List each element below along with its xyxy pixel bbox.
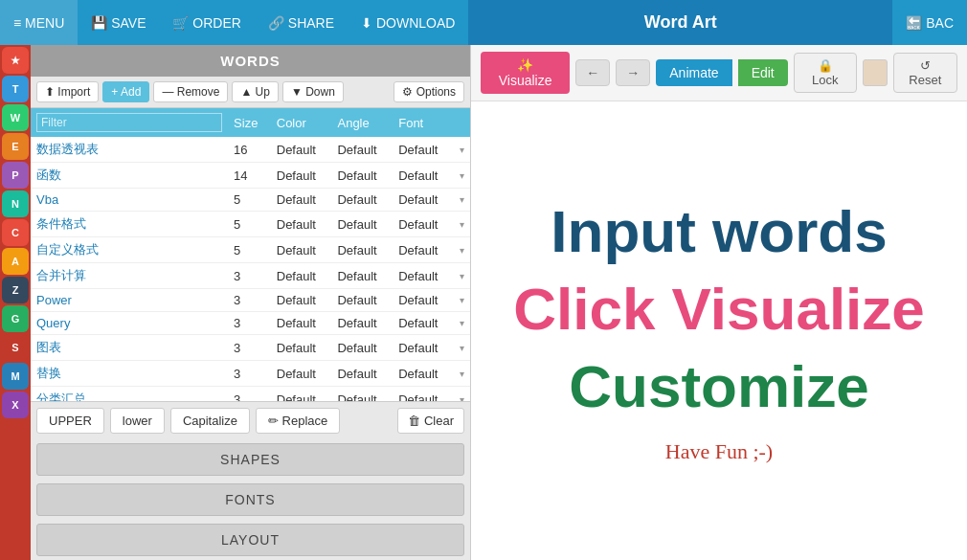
col-angle: Angle xyxy=(331,108,393,137)
app-icon[interactable]: Z xyxy=(2,277,29,303)
table-row[interactable]: 分类汇总 3 Default Default Default ▾ xyxy=(31,387,470,402)
row-dropdown[interactable]: ▾ xyxy=(454,237,470,263)
canvas-line2: Click Visualize xyxy=(513,275,925,343)
font-cell: Default xyxy=(393,212,454,237)
filter-input[interactable] xyxy=(36,113,222,132)
row-dropdown[interactable]: ▾ xyxy=(454,361,470,387)
app-icon[interactable]: M xyxy=(2,363,29,390)
share-button[interactable]: 🔗 SHARE xyxy=(255,0,348,45)
words-toolbar: ⬆ Import + Add — Remove ▲ Up ▼ Down ⚙ Op… xyxy=(31,77,470,108)
row-dropdown[interactable]: ▾ xyxy=(454,335,470,361)
fonts-section[interactable]: FONTS xyxy=(36,483,464,516)
table-row[interactable]: 自定义格式 5 Default Default Default ▾ xyxy=(31,237,470,263)
app-icon[interactable]: T xyxy=(2,76,29,102)
angle-cell: Default xyxy=(331,335,393,361)
size-cell: 5 xyxy=(228,189,271,212)
edit-button[interactable]: Edit xyxy=(738,59,788,86)
color-cell: Default xyxy=(271,189,332,212)
font-cell: Default xyxy=(393,163,454,189)
color-cell: Default xyxy=(271,335,332,361)
app-icon[interactable]: E xyxy=(2,133,29,160)
word-cell: 自定义格式 xyxy=(31,237,228,263)
word-cell: 分类汇总 xyxy=(31,387,228,402)
order-button[interactable]: 🛒 ORDER xyxy=(159,0,254,45)
word-cell: 函数 xyxy=(31,163,228,189)
forward-arrow-button[interactable]: → xyxy=(616,59,650,86)
lock-button[interactable]: 🔒 Lock xyxy=(794,53,857,93)
menu-button[interactable]: ≡ MENU xyxy=(0,0,78,45)
up-button[interactable]: ▲ Up xyxy=(232,81,279,102)
options-button[interactable]: ⚙ Options xyxy=(394,81,464,102)
down-button[interactable]: ▼ Down xyxy=(282,81,344,102)
app-sidebar: ★TWEPNCAZGSMX xyxy=(0,45,31,560)
row-dropdown[interactable]: ▾ xyxy=(454,163,470,189)
angle-cell: Default xyxy=(331,361,393,387)
visualize-button[interactable]: ✨ Visualize xyxy=(481,52,570,94)
table-row[interactable]: Query 3 Default Default Default ▾ xyxy=(31,312,470,335)
angle-cell: Default xyxy=(331,289,393,312)
word-cell: 条件格式 xyxy=(31,212,228,237)
app-icon[interactable]: W xyxy=(2,104,29,131)
back-button[interactable]: 🔙 BAC xyxy=(892,15,967,31)
reset-button[interactable]: ↺ Reset xyxy=(893,53,957,93)
color-cell: Default xyxy=(271,312,332,335)
row-dropdown[interactable]: ▾ xyxy=(454,212,470,237)
color-cell: Default xyxy=(271,361,332,387)
canvas-area: Input words Click Visualize Customize Ha… xyxy=(471,101,967,560)
shapes-section[interactable]: SHAPES xyxy=(36,443,464,476)
capitalize-button[interactable]: Capitalize xyxy=(170,408,250,434)
angle-cell: Default xyxy=(331,137,393,163)
lower-button[interactable]: lower xyxy=(110,408,165,434)
table-row[interactable]: 条件格式 5 Default Default Default ▾ xyxy=(31,212,470,237)
app-icon[interactable]: C xyxy=(2,219,29,246)
app-icon[interactable]: P xyxy=(2,162,29,189)
table-row[interactable]: 数据透视表 16 Default Default Default ▾ xyxy=(31,137,470,163)
font-cell: Default xyxy=(393,137,454,163)
canvas-line3: Customize xyxy=(569,352,868,420)
size-cell: 3 xyxy=(228,361,271,387)
color-cell: Default xyxy=(271,137,332,163)
row-dropdown[interactable]: ▾ xyxy=(454,312,470,335)
topbar: ≡ MENU 💾 SAVE 🛒 ORDER 🔗 SHARE ⬇ DOWNLOAD… xyxy=(0,0,967,45)
table-row[interactable]: 合并计算 3 Default Default Default ▾ xyxy=(31,263,470,289)
save-button[interactable]: 💾 SAVE xyxy=(78,0,159,45)
row-dropdown[interactable]: ▾ xyxy=(454,263,470,289)
col-size: Size xyxy=(228,108,271,137)
back-arrow-button[interactable]: ← xyxy=(575,59,610,86)
clear-button[interactable]: 🗑 Clear xyxy=(397,408,464,434)
table-row[interactable]: 函数 14 Default Default Default ▾ xyxy=(31,163,470,189)
app-icon[interactable]: G xyxy=(2,305,29,332)
col-color: Color xyxy=(271,108,332,137)
row-dropdown[interactable]: ▾ xyxy=(454,189,470,212)
app-icon[interactable]: ★ xyxy=(2,47,29,74)
table-row[interactable]: Power 3 Default Default Default ▾ xyxy=(31,289,470,312)
app-icon[interactable]: N xyxy=(2,190,29,217)
animate-button[interactable]: Animate xyxy=(656,59,731,86)
color-cell: Default xyxy=(271,237,332,263)
main-layout: ★TWEPNCAZGSMX WORDS ⬆ Import + Add — Rem… xyxy=(0,45,967,560)
app-icon[interactable]: X xyxy=(2,392,29,418)
color-swatch[interactable] xyxy=(863,59,888,86)
row-dropdown[interactable]: ▾ xyxy=(454,137,470,163)
add-button[interactable]: + Add xyxy=(102,81,149,102)
angle-cell: Default xyxy=(331,189,393,212)
word-cell: 合并计算 xyxy=(31,263,228,289)
import-button[interactable]: ⬆ Import xyxy=(36,81,99,102)
layout-section[interactable]: LAYOUT xyxy=(36,524,464,556)
word-cell: 数据透视表 xyxy=(31,137,228,163)
color-cell: Default xyxy=(271,212,332,237)
row-dropdown[interactable]: ▾ xyxy=(454,387,470,402)
size-cell: 16 xyxy=(228,137,271,163)
remove-button[interactable]: — Remove xyxy=(153,81,228,102)
words-actions: UPPER lower Capitalize ✏ Replace 🗑 Clear xyxy=(31,401,470,439)
table-row[interactable]: Vba 5 Default Default Default ▾ xyxy=(31,189,470,212)
download-button[interactable]: ⬇ DOWNLOAD xyxy=(348,0,468,45)
row-dropdown[interactable]: ▾ xyxy=(454,289,470,312)
replace-button[interactable]: ✏ Replace xyxy=(256,408,340,434)
upper-button[interactable]: UPPER xyxy=(36,408,104,434)
canvas-fun: Have Fun ;-) xyxy=(665,439,773,464)
app-icon[interactable]: S xyxy=(2,334,29,361)
table-row[interactable]: 图表 3 Default Default Default ▾ xyxy=(31,335,470,361)
table-row[interactable]: 替换 3 Default Default Default ▾ xyxy=(31,361,470,387)
app-icon[interactable]: A xyxy=(2,248,29,275)
